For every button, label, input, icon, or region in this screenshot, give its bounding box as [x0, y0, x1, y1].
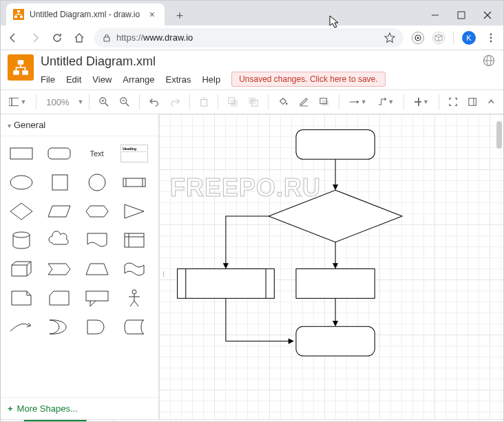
line-color-button[interactable]	[295, 94, 313, 110]
forward-button[interactable]	[28, 32, 42, 43]
to-back-button[interactable]	[244, 94, 262, 110]
redo-button[interactable]	[166, 94, 184, 110]
delete-button[interactable]	[196, 94, 212, 110]
shape-step[interactable]	[44, 257, 74, 281]
collapse-button[interactable]	[483, 94, 499, 110]
svg-rect-15	[22, 70, 28, 75]
category-general[interactable]: General	[1, 114, 158, 136]
svg-rect-47	[52, 175, 67, 190]
extension-icon-2[interactable]	[432, 32, 445, 44]
unsaved-warning[interactable]: Unsaved changes. Click here to save.	[231, 72, 385, 87]
shadow-button[interactable]	[315, 94, 333, 110]
svg-rect-53	[125, 233, 144, 247]
browser-tab[interactable]: Untitled Diagram.xml - draw.io ×	[6, 3, 165, 25]
shape-rectangle[interactable]	[6, 142, 36, 165]
shape-and[interactable]	[82, 315, 112, 339]
svg-rect-19	[9, 98, 12, 105]
fill-color-button[interactable]	[274, 94, 292, 110]
shape-text[interactable]: Text	[82, 142, 112, 165]
zoom-out-button[interactable]	[116, 94, 134, 110]
svg-rect-44	[10, 148, 32, 159]
window-minimize-button[interactable]	[430, 10, 440, 20]
window-maximize-button[interactable]	[456, 10, 466, 20]
shape-curve-arrow[interactable]	[6, 315, 36, 339]
zoom-level[interactable]: 100%	[42, 97, 73, 107]
fullscreen-button[interactable]	[445, 94, 461, 110]
menu-edit[interactable]: Edit	[66, 74, 81, 85]
shape-callout[interactable]	[82, 286, 112, 310]
shape-document[interactable]	[82, 229, 112, 252]
shape-process[interactable]	[119, 171, 149, 194]
shape-triangle[interactable]	[119, 200, 149, 223]
shape-or[interactable]	[44, 315, 74, 339]
zoom-in-button[interactable]	[95, 94, 113, 110]
sidebar-collapse-handle[interactable]: ❘❘	[159, 267, 164, 281]
zoom-dropdown-icon[interactable]: ▼	[78, 98, 84, 105]
svg-rect-13	[18, 60, 24, 65]
more-shapes-button[interactable]: More Shapes...	[1, 397, 158, 419]
shape-parallelogram[interactable]	[44, 200, 74, 223]
svg-rect-4	[458, 12, 465, 19]
menu-arrange[interactable]: Arrange	[123, 74, 154, 85]
insert-button[interactable]: ▼	[410, 94, 433, 110]
toolbar: ▼ 100%▼ ▼ ▼ ▼	[1, 89, 503, 114]
url-text: https://www.draw.io	[116, 32, 379, 43]
extension-icon-1[interactable]	[412, 32, 424, 44]
window-close-button[interactable]	[483, 10, 492, 20]
home-button[interactable]	[72, 32, 86, 43]
shape-hexagon[interactable]	[82, 200, 112, 223]
canvas[interactable]: ❘❘ FREEPO.RU	[159, 114, 503, 419]
shapes-sidebar: General Text Heading	[1, 114, 159, 419]
shape-trapezoid[interactable]	[82, 257, 112, 281]
shape-cube[interactable]	[6, 257, 36, 281]
shape-rounded-rectangle[interactable]	[44, 142, 74, 165]
menu-file[interactable]: File	[41, 74, 55, 85]
menu-view[interactable]: View	[92, 74, 112, 85]
svg-point-12	[490, 40, 492, 42]
document-title[interactable]: Untitled Diagram.xml	[41, 54, 476, 69]
view-mode-button[interactable]: ▼	[5, 94, 30, 110]
menu-extras[interactable]: Extras	[166, 74, 191, 85]
shape-square[interactable]	[44, 171, 74, 194]
shape-note[interactable]	[6, 286, 36, 310]
canvas-scrollbar[interactable]	[496, 121, 502, 149]
main-area: General Text Heading	[1, 114, 503, 419]
url-bar[interactable]: https://www.draw.io	[94, 28, 403, 48]
to-front-button[interactable]	[224, 94, 242, 110]
shape-ellipse[interactable]	[6, 171, 36, 194]
format-panel-button[interactable]	[464, 94, 481, 110]
tab-close-icon[interactable]: ×	[147, 9, 158, 20]
svg-rect-49	[123, 178, 145, 187]
shape-heading-preview[interactable]: Heading	[119, 142, 149, 165]
shape-circle[interactable]	[82, 171, 112, 194]
app-logo-icon[interactable]	[8, 54, 34, 81]
shape-tape[interactable]	[119, 257, 149, 281]
back-button[interactable]	[6, 32, 20, 43]
shape-card[interactable]	[44, 286, 74, 310]
language-icon[interactable]	[483, 54, 496, 69]
svg-rect-7	[104, 37, 109, 41]
shape-cylinder[interactable]	[6, 229, 36, 252]
app-header: Untitled Diagram.xml File Edit View Arra…	[1, 50, 503, 87]
shape-diamond[interactable]	[6, 200, 36, 223]
browser-menu-button[interactable]	[484, 33, 498, 43]
svg-rect-28	[201, 99, 207, 106]
svg-rect-14	[13, 70, 19, 75]
svg-rect-68	[296, 268, 375, 298]
menu-help[interactable]: Help	[202, 74, 220, 85]
connection-button[interactable]: ▼	[345, 94, 370, 110]
flowchart-diagram[interactable]	[159, 114, 503, 410]
reload-button[interactable]	[50, 32, 64, 43]
new-tab-button[interactable]: +	[170, 6, 189, 25]
svg-point-57	[132, 290, 136, 294]
shape-datastore[interactable]	[119, 315, 149, 339]
star-icon[interactable]	[384, 32, 395, 43]
user-badge[interactable]: K	[462, 31, 476, 45]
undo-button[interactable]	[145, 94, 163, 110]
shape-internal-storage[interactable]	[119, 229, 149, 252]
svg-point-48	[89, 174, 105, 191]
shape-actor[interactable]	[119, 286, 149, 310]
svg-rect-45	[48, 148, 70, 159]
waypoint-button[interactable]: ▼	[374, 94, 399, 110]
shape-cloud[interactable]	[44, 229, 74, 252]
